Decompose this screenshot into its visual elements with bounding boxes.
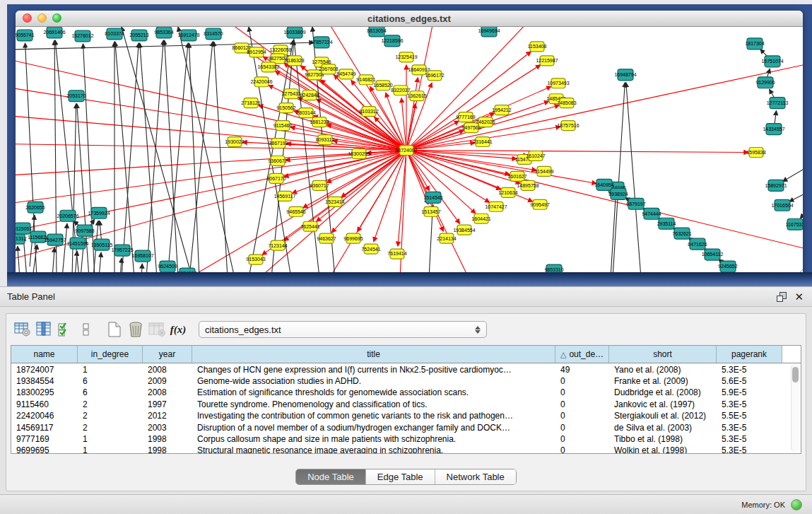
graph-node[interactable]: 9853364 <box>154 27 173 38</box>
column-header-year[interactable]: year <box>143 346 192 363</box>
table-cell[interactable]: 5.3E-5 <box>717 363 782 375</box>
table-cell[interactable]: 2009 <box>143 375 192 386</box>
graph-edge[interactable] <box>178 27 235 278</box>
graph-node[interactable]: 9097588 <box>75 225 94 236</box>
table-cell[interactable]: Investigating the contribution of common… <box>192 410 555 421</box>
table-cell[interactable]: 1 <box>78 363 143 375</box>
graph-node[interactable]: 1514545 <box>423 192 442 203</box>
table-cell[interactable]: 1 <box>78 445 143 454</box>
table-cell[interactable]: 6 <box>78 387 143 398</box>
table-cell[interactable]: Jankovic et al. (1997) <box>609 398 717 409</box>
graph-node[interactable]: 9360672 <box>268 156 287 165</box>
graph-node[interactable]: 7619414 <box>387 249 406 259</box>
table-cell[interactable]: 1 <box>78 433 143 444</box>
graph-edge[interactable] <box>613 83 625 278</box>
table-cell[interactable]: 2 <box>78 398 143 409</box>
table-cell[interactable]: Corpus callosum shape and size in male p… <box>192 433 555 444</box>
graph-edge[interactable] <box>167 43 188 278</box>
graph-node[interactable]: 14569117 <box>274 191 296 201</box>
graph-node[interactable]: 1881233 <box>310 117 329 127</box>
graph-node[interactable]: 1658520 <box>373 81 392 90</box>
table-cell[interactable]: 2012 <box>143 410 192 421</box>
graph-node[interactable]: 9154499 <box>534 166 553 176</box>
graph-node[interactable]: 9242848 <box>300 90 319 100</box>
graph-node[interactable]: 1362615 <box>407 91 426 101</box>
network-canvas[interactable]: 9055741206914061527601216033809178572248… <box>16 27 803 278</box>
column-header-title[interactable]: title <box>192 346 555 363</box>
tab-network-table[interactable]: Network Table <box>435 469 516 484</box>
graph-node[interactable]: 2367608 <box>319 64 338 74</box>
table-cell[interactable]: 2 <box>78 410 143 421</box>
table-cell[interactable]: 0 <box>555 387 609 398</box>
graph-node[interactable]: 7485083 <box>557 98 576 108</box>
close-window-icon[interactable] <box>23 13 32 23</box>
graph-node[interactable]: 7123144 <box>268 240 287 250</box>
graph-node[interactable]: 17957225 <box>111 245 133 256</box>
table-cell[interactable]: 0 <box>555 398 609 409</box>
graph-node[interactable]: 15892971 <box>765 180 787 191</box>
table-cell[interactable]: 0 <box>555 410 609 421</box>
graph-node[interactable]: 1153408 <box>528 42 547 52</box>
table-row[interactable]: 1830029562008Estimation of significance … <box>11 387 801 398</box>
graph-node[interactable]: 1696172 <box>425 71 444 81</box>
column-header-outde[interactable]: △out_de… <box>555 346 609 363</box>
graph-node[interactable]: 2803144 <box>296 108 315 118</box>
graph-edge[interactable] <box>72 104 76 278</box>
graph-edge[interactable] <box>406 121 459 151</box>
graph-node[interactable]: 7625441 <box>300 221 319 231</box>
close-panel-icon[interactable]: ✕ <box>794 292 804 301</box>
table-cell[interactable]: 0 <box>555 421 609 433</box>
graph-node[interactable]: 1167533 <box>786 218 803 230</box>
graph-node[interactable]: 16948794 <box>614 69 636 81</box>
graph-node[interactable]: 9153043 <box>246 255 265 264</box>
new-table-icon[interactable] <box>104 320 125 339</box>
table-cell[interactable]: 5.3E-5 <box>717 445 782 454</box>
graph-node[interactable]: 20206576 <box>57 210 78 221</box>
graph-node[interactable]: 9129906 <box>755 77 775 88</box>
graph-node[interactable]: 12772113 <box>767 98 789 109</box>
graph-node[interactable]: 17857224 <box>310 37 332 48</box>
table-cell[interactable]: Wolkin et al. (1998) <box>609 445 717 454</box>
graph-node[interactable]: 7632621 <box>672 228 691 239</box>
table-cell[interactable]: 49 <box>555 363 609 375</box>
graph-node[interactable]: 9463627 <box>317 233 336 243</box>
graph-node[interactable]: 1817304 <box>745 38 764 49</box>
table-cell[interactable]: 9777169 <box>11 433 78 444</box>
graph-node[interactable]: 1210634 <box>498 187 517 197</box>
table-cell[interactable]: Genome-wide association studies in ADHD. <box>192 375 555 386</box>
graph-edge[interactable] <box>115 42 134 278</box>
graph-node[interactable]: 9465546 <box>286 206 305 216</box>
graph-node[interactable]: 1595838 <box>746 148 765 158</box>
graph-edge[interactable] <box>406 27 440 151</box>
table-cell[interactable]: Stergiakouli et al. (2012) <box>609 410 717 421</box>
table-cell[interactable]: 19384554 <box>11 375 78 386</box>
table-cell[interactable]: 2008 <box>143 363 192 375</box>
graph-node[interactable]: 1930022 <box>225 137 244 147</box>
graph-node[interactable]: 9115051 <box>16 223 32 234</box>
graph-edge[interactable] <box>146 40 163 278</box>
graph-node[interactable]: 16949694 <box>478 27 500 37</box>
graph-node[interactable]: 1601627 <box>507 171 526 181</box>
memory-ok-icon[interactable] <box>791 499 802 510</box>
graph-node[interactable]: 15276012 <box>71 30 93 42</box>
graph-node[interactable]: 1954212 <box>492 105 511 115</box>
graph-node[interactable]: 2053170 <box>66 90 86 102</box>
graph-node[interactable]: 9699695 <box>343 233 363 243</box>
graph-node[interactable]: 8938924 <box>608 188 628 199</box>
graph-node[interactable]: 1513457 <box>421 206 440 216</box>
graph-edge[interactable] <box>62 223 67 278</box>
table-cell[interactable]: 5.6E-5 <box>717 375 782 386</box>
table-cell[interactable]: 18300295 <box>11 387 78 398</box>
graph-edge[interactable] <box>626 83 641 278</box>
graph-node[interactable]: 15942757 <box>44 234 66 245</box>
table-scrollbar-thumb[interactable] <box>792 367 799 382</box>
graph-node[interactable]: 7524541 <box>361 244 380 254</box>
graph-node[interactable]: 8471626 <box>688 238 707 250</box>
graph-edge[interactable] <box>189 42 213 278</box>
graph-node[interactable]: 16958107 <box>131 250 153 262</box>
table-scrollbar[interactable] <box>791 364 799 452</box>
column-header-short[interactable]: short <box>609 346 717 363</box>
graph-edge[interactable] <box>406 151 748 153</box>
table-cell[interactable]: Dudbridge et al. (2008) <box>609 387 717 398</box>
table-row[interactable]: 2242004622012Investigating the contribut… <box>11 410 801 421</box>
